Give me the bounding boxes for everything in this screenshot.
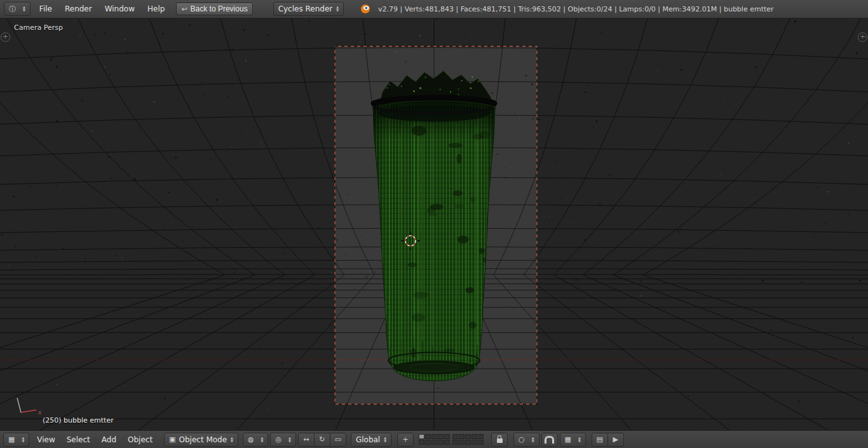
dropdown-arrows-icon <box>231 437 233 443</box>
interaction-mode-select[interactable]: ▣ Object Mode <box>164 433 238 447</box>
menu-add[interactable]: Add <box>96 435 122 444</box>
layer-toggle[interactable] <box>471 440 477 445</box>
info-header: ⓘ File Render Window Help ↩ Back to Prev… <box>0 0 868 18</box>
editor-type-select-info[interactable]: ⓘ <box>4 2 31 16</box>
orientation-label: Global <box>356 435 380 444</box>
snap-element-select[interactable]: ▦ <box>560 433 586 447</box>
layer-toggle[interactable] <box>431 440 437 445</box>
pivot-icon: ◎ <box>275 435 281 444</box>
layer-toggle[interactable] <box>452 434 458 439</box>
view3d-menubar: View Select Add Object <box>31 435 158 444</box>
dropdown-arrows-icon <box>261 437 264 443</box>
scene-stats: v2.79 | Verts:481,843 | Faces:481,751 | … <box>378 5 773 13</box>
menu-window[interactable]: Window <box>98 4 141 13</box>
opengl-render-anim-button[interactable]: ▶ <box>607 433 624 447</box>
snap-toggle[interactable] <box>541 433 558 447</box>
active-object-label: (250) bubble emtter <box>43 416 114 424</box>
engine-label: Cycles Render <box>278 4 333 13</box>
layer-toggle[interactable] <box>431 434 437 439</box>
object-mode-icon: ▣ <box>169 435 175 444</box>
layer-toggle[interactable] <box>459 440 465 445</box>
manipulator-rotate-toggle[interactable]: ↻ <box>314 433 330 447</box>
manipulator-toggle[interactable]: + <box>397 433 414 447</box>
view3d-editor-icon: ▦ <box>8 435 15 444</box>
mode-label: Object Mode <box>179 435 227 444</box>
layer-toggle[interactable] <box>465 440 471 445</box>
manipulator-toggles: ↔ ↻ ▭ <box>298 433 346 447</box>
layer-toggle[interactable] <box>452 440 458 445</box>
menu-render[interactable]: Render <box>58 4 98 13</box>
region-toggle-right[interactable]: + <box>858 32 867 42</box>
manipulator-scale-toggle[interactable]: ▭ <box>330 433 346 447</box>
back-label: Back to Previous <box>191 4 248 13</box>
blender-window: ⓘ File Render Window Help ↩ Back to Prev… <box>0 0 868 448</box>
lock-to-scene-toggle[interactable] <box>491 433 508 447</box>
manipulator-translate-toggle[interactable]: ↔ <box>298 433 315 447</box>
view-name-label: Camera Persp <box>14 24 63 32</box>
dropdown-arrows-icon <box>288 437 291 443</box>
layer-toggle[interactable] <box>438 434 444 439</box>
viewport-canvas[interactable]: x <box>0 18 868 430</box>
lock-icon <box>497 438 503 443</box>
dropdown-arrows-icon <box>384 437 386 443</box>
layer-toggle[interactable] <box>425 440 431 445</box>
transform-orientation-select[interactable]: Global <box>351 433 391 447</box>
layer-toggle[interactable] <box>425 434 431 439</box>
viewport-shading-select[interactable]: ◍ <box>243 433 268 447</box>
menu-select[interactable]: Select <box>61 435 96 444</box>
layer-toggle[interactable] <box>438 440 444 445</box>
region-toggle-left[interactable]: + <box>1 32 10 42</box>
menu-help[interactable]: Help <box>141 4 171 13</box>
snap-element-icon: ▦ <box>565 435 571 444</box>
info-menubar: File Render Window Help <box>33 4 172 13</box>
proportional-icon: ○ <box>519 435 525 444</box>
back-to-previous-button[interactable]: ↩ Back to Previous <box>176 3 252 15</box>
viewport-3d[interactable]: x Camera Persp (250) bubble emtter + + <box>0 18 868 430</box>
magnet-icon <box>545 436 554 444</box>
dropdown-arrows-icon <box>22 437 24 443</box>
dropdown-arrows-icon <box>23 6 25 12</box>
layer-toggle[interactable] <box>465 434 471 439</box>
opengl-render-buttons: ▤ ▶ <box>592 433 624 447</box>
layer-toggle[interactable] <box>419 434 424 439</box>
svg-text:x: x <box>38 409 42 416</box>
dropdown-arrows-icon <box>336 6 339 12</box>
editor-type-select-3dview[interactable]: ▦ <box>3 433 29 447</box>
blender-logo-icon <box>360 4 370 14</box>
menu-object[interactable]: Object <box>122 435 158 444</box>
shading-sphere-icon: ◍ <box>248 435 254 444</box>
layer-toggle[interactable] <box>478 434 484 439</box>
opengl-render-image-button[interactable]: ▤ <box>592 433 608 447</box>
info-editor-icon: ⓘ <box>9 4 16 14</box>
proportional-edit-select[interactable]: ○ <box>513 433 539 447</box>
layer-toggle[interactable] <box>419 440 424 445</box>
layer-toggle[interactable] <box>444 434 450 439</box>
viewport-header: ▦ View Select Add Object ▣ Object Mode ◍… <box>0 430 868 448</box>
dropdown-arrows-icon <box>532 437 534 443</box>
layer-toggle[interactable] <box>478 440 484 445</box>
pivot-point-select[interactable]: ◎ <box>270 433 295 447</box>
back-icon: ↩ <box>181 5 187 13</box>
layer-toggle[interactable] <box>444 440 450 445</box>
menu-view[interactable]: View <box>31 435 60 444</box>
layer-toggle[interactable] <box>471 434 477 439</box>
render-engine-select[interactable]: Cycles Render <box>273 2 344 16</box>
menu-file[interactable]: File <box>33 4 58 13</box>
layer-toggle[interactable] <box>459 434 465 439</box>
dropdown-arrows-icon <box>578 437 581 443</box>
layers-widget <box>419 434 486 445</box>
